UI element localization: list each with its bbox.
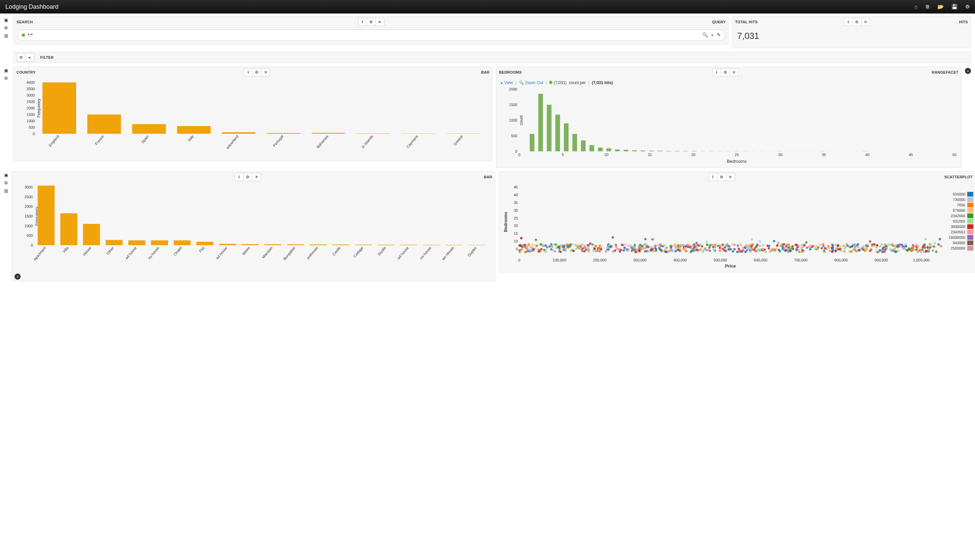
svg-point-371 xyxy=(927,246,929,248)
home-icon[interactable]: ⌂ xyxy=(915,4,918,10)
bedrooms-chart[interactable]: 0500100015002000count0510152025303540455… xyxy=(500,87,958,164)
svg-point-846 xyxy=(935,251,938,253)
gear-icon[interactable]: ⚙ xyxy=(4,76,10,81)
svg-text:500,000: 500,000 xyxy=(714,258,727,262)
add-panel-button[interactable]: ＋ xyxy=(965,68,971,74)
status-dot-icon xyxy=(22,33,25,37)
svg-text:3000: 3000 xyxy=(27,93,35,97)
info-icon[interactable]: i xyxy=(358,18,367,26)
zoom-out-link[interactable]: Zoom Out xyxy=(525,80,543,85)
svg-point-548 xyxy=(938,243,940,245)
svg-text:Castle: Castle xyxy=(331,246,341,257)
svg-point-784 xyxy=(544,244,547,247)
svg-text:50: 50 xyxy=(952,153,957,157)
svg-rect-38 xyxy=(538,94,543,151)
svg-point-823 xyxy=(582,247,584,250)
gear-icon[interactable]: ⚙ xyxy=(243,173,252,181)
legend-item[interactable]: 16000000 xyxy=(948,235,973,240)
svg-point-316 xyxy=(644,250,646,253)
add-panel-button[interactable]: ＋ xyxy=(15,273,21,280)
svg-point-763 xyxy=(801,249,804,251)
open-folder-icon[interactable]: 📂 xyxy=(938,4,944,10)
type-chart[interactable]: 050010001500200025003000FrequencyApartme… xyxy=(12,182,495,272)
svg-point-640 xyxy=(616,248,618,250)
collapse-icon[interactable]: ▣ xyxy=(4,68,10,73)
gear-icon[interactable]: ⚙ xyxy=(367,18,376,26)
svg-point-521 xyxy=(725,248,727,251)
gear-icon[interactable]: ⚙ xyxy=(721,68,730,76)
search-input[interactable] xyxy=(28,32,699,38)
close-icon[interactable]: ✕ xyxy=(730,68,739,76)
legend-item[interactable]: 2342666 xyxy=(948,213,973,218)
clear-icon[interactable]: ✎ xyxy=(717,32,721,38)
svg-text:Spain: Spain xyxy=(140,135,149,144)
collapse-icon[interactable]: ▣ xyxy=(4,18,10,23)
svg-text:0: 0 xyxy=(518,258,520,262)
legend-item[interactable]: 2500000 xyxy=(948,246,973,251)
svg-rect-18 xyxy=(401,133,435,134)
collapse-icon[interactable]: ▣ xyxy=(4,173,8,178)
gear-icon[interactable]: ⚙ xyxy=(853,18,861,26)
close-icon[interactable]: ✕ xyxy=(376,18,385,26)
info-icon[interactable]: i xyxy=(709,173,717,181)
svg-point-431 xyxy=(879,245,881,248)
info-icon[interactable]: i xyxy=(244,68,253,76)
svg-point-802 xyxy=(803,244,806,246)
svg-text:10: 10 xyxy=(604,153,608,157)
gear-icon[interactable]: ⚙ xyxy=(717,173,726,181)
legend-item[interactable]: 2343553 xyxy=(948,230,973,234)
gear-icon[interactable]: ⚙ xyxy=(965,4,970,10)
close-icon[interactable]: ✕ xyxy=(252,173,261,181)
svg-rect-111 xyxy=(129,240,145,245)
legend-item[interactable]: 730000 xyxy=(948,197,973,202)
svg-rect-122 xyxy=(378,245,395,245)
search-icon[interactable]: 🔍 xyxy=(702,32,708,38)
close-icon[interactable]: ✕ xyxy=(261,68,270,76)
info-icon[interactable]: i xyxy=(235,173,243,181)
svg-rect-51 xyxy=(649,151,654,151)
country-chart[interactable]: 05001000150020002500300035004000Frequenc… xyxy=(14,78,492,161)
svg-rect-15 xyxy=(267,133,301,134)
svg-point-845 xyxy=(779,250,781,253)
svg-point-644 xyxy=(837,244,840,246)
svg-point-720 xyxy=(739,250,741,252)
gear-icon[interactable]: ⚙ xyxy=(4,25,10,30)
svg-point-865 xyxy=(670,247,672,249)
svg-text:count: count xyxy=(519,115,523,125)
svg-point-841 xyxy=(888,243,890,246)
legend-item[interactable]: 3000000 xyxy=(948,224,973,229)
gear-icon[interactable]: ⚙ xyxy=(17,53,25,62)
svg-point-441 xyxy=(540,243,542,245)
legend-item[interactable]: 879000 xyxy=(948,208,973,213)
add-icon[interactable]: ＋ xyxy=(710,32,715,38)
svg-point-584 xyxy=(732,250,734,253)
gear-icon[interactable]: ⚙ xyxy=(253,68,261,76)
svg-point-806 xyxy=(599,245,601,247)
layout-icon[interactable]: ▥ xyxy=(4,33,10,38)
svg-point-869 xyxy=(520,237,522,240)
legend-item[interactable]: 500000 xyxy=(948,192,973,197)
layout-icon[interactable]: ▥ xyxy=(4,188,8,193)
gear-icon[interactable]: ⚙ xyxy=(4,180,8,185)
svg-point-519 xyxy=(864,250,866,252)
svg-text:900,000: 900,000 xyxy=(875,258,888,262)
svg-point-176 xyxy=(701,245,703,248)
svg-point-702 xyxy=(816,248,819,250)
svg-point-864 xyxy=(570,250,573,252)
close-icon[interactable]: ✕ xyxy=(726,173,735,181)
legend-item[interactable]: 931000 xyxy=(948,219,973,223)
info-icon[interactable]: i xyxy=(712,68,721,76)
view-link[interactable]: View xyxy=(504,80,513,85)
legend-item[interactable]: 7656 xyxy=(948,203,973,207)
svg-point-353 xyxy=(550,243,552,245)
info-icon[interactable]: i xyxy=(844,18,853,26)
svg-text:Price: Price xyxy=(725,263,736,268)
svg-point-748 xyxy=(849,246,851,248)
legend-item[interactable]: 843000 xyxy=(948,240,973,245)
svg-point-582 xyxy=(783,243,785,245)
close-icon[interactable]: ✕ xyxy=(861,18,870,26)
play-icon[interactable]: ▸ xyxy=(25,53,34,62)
scatter-chart[interactable]: 51015202530354045Bedrooms0100,000200,000… xyxy=(499,182,975,272)
save-icon[interactable]: 💾 xyxy=(952,4,958,10)
new-file-icon[interactable]: 🗎 xyxy=(925,4,930,10)
